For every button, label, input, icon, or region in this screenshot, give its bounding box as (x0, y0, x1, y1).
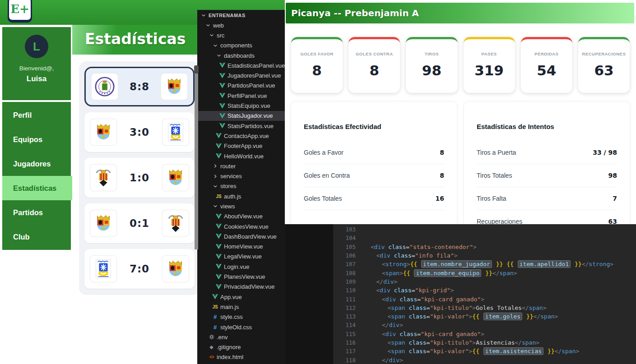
scrollbar-cap[interactable] (194, 65, 199, 74)
sidebar-item-equipos[interactable]: Equipos (2, 127, 71, 152)
code-line[interactable]: 103 (333, 225, 636, 234)
code-line[interactable]: 115<div class="kpi-card ganado"> (333, 330, 636, 338)
team-title: Picanya -- Prebenjamin A (286, 3, 419, 23)
tree-item-gitignore[interactable]: ◆.gitignore (197, 342, 285, 352)
code-line[interactable]: 114</div> (333, 321, 636, 329)
tree-item-dashboards[interactable]: dashboards (197, 51, 285, 60)
sidebar-item-partidos[interactable]: Partidos (2, 200, 71, 225)
code-token: "kpi-card ganado" (421, 331, 481, 337)
css-file-icon: # (211, 313, 219, 320)
stat-card-value: 319 (464, 62, 515, 78)
tree-item-helloworld-vue[interactable]: HelloWorld.vue (197, 151, 285, 161)
tree-item-perfilpanel-vue[interactable]: PerfilPanel.vue (197, 91, 285, 101)
code-line[interactable]: 104 (333, 234, 636, 242)
tree-item-auth-js[interactable]: JSauth.js (197, 191, 285, 201)
tree-item-statsequipo-vue[interactable]: StatsEquipo.vue (197, 101, 285, 111)
tree-item-aboutview-vue[interactable]: AboutView.vue (197, 212, 285, 221)
match-row[interactable]: 0:1 (84, 203, 195, 243)
app-logo[interactable]: E+ (8, 0, 32, 21)
tree-item-login-vue[interactable]: Login.vue (197, 262, 285, 272)
code-line[interactable]: 109</div> (333, 277, 636, 286)
js-file-icon: JS (215, 194, 223, 199)
line-number: 117 (333, 348, 363, 355)
code-line[interactable]: 107<strong>{{ item.nombre_jugador }} {{ … (333, 260, 636, 268)
tree-item-jugadorespanel-vue[interactable]: JugadoresPanel.vue (197, 70, 285, 80)
code-token: {{ (472, 313, 479, 320)
file-label: Login.vue (224, 263, 249, 270)
match-row[interactable]: 7:0 (84, 249, 195, 289)
table-row: Tiros Falta7 (477, 187, 617, 210)
match-row[interactable]: 8:8 (84, 67, 195, 106)
match-row[interactable]: 1:0 (84, 158, 195, 198)
code-line[interactable]: 113<span class="kpi-valor">{{ item.goles… (333, 312, 636, 321)
code-line[interactable]: 111<div class="kpi-card ganado"> (333, 295, 636, 303)
file-label: HelloWorld.vue (224, 153, 264, 160)
code-token: span (499, 270, 513, 276)
file-label: PlanesView.vue (224, 273, 265, 280)
code-line[interactable]: 118</div> (333, 355, 636, 364)
tree-item-env[interactable]: .env (197, 332, 285, 342)
code-line[interactable]: 105<div class="stats-contenedor"> (333, 243, 636, 251)
code-token: class (399, 331, 417, 337)
match-row[interactable]: 3:0 (84, 112, 195, 152)
code-lines: 103104105<div class="stats-contenedor">1… (333, 225, 636, 364)
page-scrollbar[interactable] (195, 74, 198, 249)
file-label: ContactoApp.vue (224, 133, 269, 139)
tree-item-services[interactable]: services (197, 171, 285, 181)
tree-item-main-js[interactable]: JSmain.js (197, 302, 285, 312)
tree-item-statspartidos-vue[interactable]: StatsPartidos.vue (197, 121, 285, 131)
stat-card-perdidas: PÉRDIDAS54 (521, 37, 572, 93)
tree-item-homeview-vue[interactable]: HomeView.vue (197, 242, 285, 252)
tree-item-components[interactable]: components (197, 41, 285, 51)
code-line[interactable]: 110<div class="kpi-grid"> (333, 286, 636, 295)
tree-item-estadisticaspanel-vue[interactable]: EstadisticasPanel.vue (197, 60, 285, 70)
code-line[interactable]: 116<span class="kpi-titulo">Asistencias<… (333, 338, 636, 347)
code-line[interactable]: 108<span>{{ item.nombre_equipo }}</span> (333, 268, 636, 277)
tree-item-legalview-vue[interactable]: LegalView.vue (197, 252, 285, 262)
file-label: components (220, 42, 252, 49)
code-line[interactable]: 117<span class="kpi-valor">{{ item.asist… (333, 347, 636, 355)
tree-item-views[interactable]: views (197, 201, 285, 211)
sidebar-item-estadisticas[interactable]: Estadísticas (2, 176, 78, 200)
tree-item-planesview-vue[interactable]: PlanesView.vue (197, 272, 285, 281)
tree-item-privacidadview-vue[interactable]: PrivacidadView.vue (197, 282, 285, 292)
table-row: Recuperaciones63 (477, 210, 617, 224)
code-token: > (536, 339, 539, 346)
row-value: 8 (440, 149, 444, 156)
code-line[interactable]: 106<div class="info fila"> (333, 251, 636, 260)
code-token (396, 331, 399, 337)
explorer-root[interactable]: ENTRENAMAS (197, 10, 285, 20)
line-number: 115 (333, 331, 363, 337)
line-number: 110 (333, 287, 363, 294)
code-token: span (391, 339, 405, 346)
chevron-down-icon (208, 33, 215, 37)
tree-item-index-html[interactable]: <>index.html (197, 352, 285, 362)
tree-item-web[interactable]: web (197, 20, 285, 30)
stat-cards: GOLES FAVOR8GOLES CONTRA8TIROS98PASES319… (291, 37, 630, 93)
file-label: StatsEquipo.vue (227, 102, 270, 109)
tree-item-styleold-css[interactable]: #styleOld.css (197, 322, 285, 332)
tree-item-src[interactable]: src (197, 30, 285, 40)
tree-item-footerapp-vue[interactable]: FooterApp.vue (197, 141, 285, 151)
line-number: 111 (333, 296, 363, 303)
stat-card-label: RECUPERACIONES (578, 51, 630, 56)
root-label: ENTRENAMAS (209, 13, 246, 18)
file-label: views (220, 203, 235, 210)
tree-item-stores[interactable]: stores (197, 181, 285, 191)
tree-item-statsjugador-vue[interactable]: StatsJugador.vue (197, 111, 285, 121)
tree-item-partidospanel-vue[interactable]: PartidosPanel.vue (197, 81, 285, 91)
sidebar-item-perfil[interactable]: Perfil (2, 103, 71, 127)
tree-item-router[interactable]: router (197, 161, 285, 171)
tree-item-contactoapp-vue[interactable]: ContactoApp.vue (197, 131, 285, 141)
code-line[interactable]: 112<span class="kpi-titulo">Goles Totale… (333, 304, 636, 312)
tree-item-app-vue[interactable]: App.vue (197, 292, 285, 302)
tree-item-dashboardview-vue[interactable]: DashBoardView.vue (197, 231, 285, 241)
tree-item-cookiesview-vue[interactable]: CookiesView.vue (197, 221, 285, 231)
sidebar-item-jugadores[interactable]: Jugadores (2, 152, 71, 176)
tree-item-style-css[interactable]: #style.css (197, 312, 285, 322)
code-panel[interactable]: 103104105<div class="stats-contenedor">1… (333, 224, 636, 364)
code-token: item.nombre_jugador (421, 260, 492, 268)
code-token: </ (376, 278, 384, 285)
sidebar-item-club[interactable]: Club (2, 225, 71, 249)
code-text: <div class="kpi-grid"> (363, 287, 454, 294)
